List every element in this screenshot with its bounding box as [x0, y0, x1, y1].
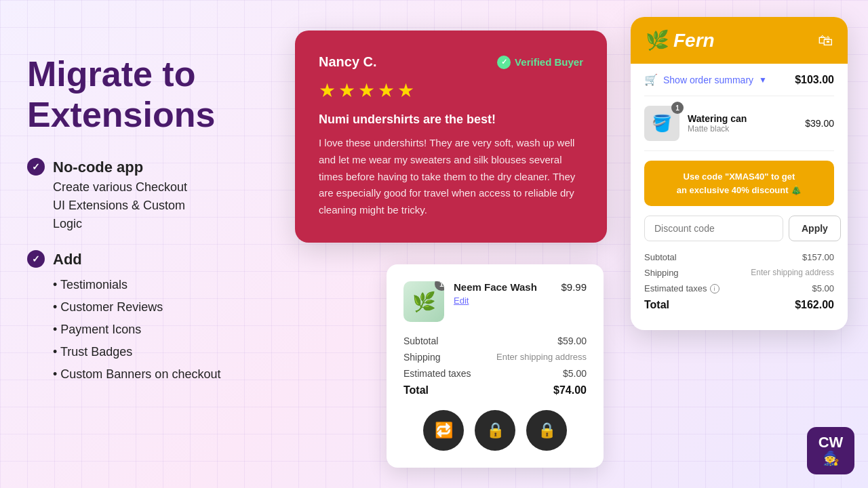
fern-logo: 🌿 Fern [646, 29, 715, 52]
order-card-small: 🌿 1 Neem Face Wash Edit $9.99 Subtotal $… [387, 264, 604, 468]
feature-text-1: No-code app Create various Checkout UI E… [53, 156, 187, 233]
reviewer-row: Nancy C. ✓ Verified Buyer [319, 54, 583, 70]
taxes-info-icon[interactable]: i [710, 284, 719, 293]
check-icon-1 [27, 158, 45, 176]
feature-text-2: Add Testimonials Customer Reviews Paymen… [53, 248, 220, 384]
trust-badge-3: 🔒 [526, 410, 567, 451]
star-3: ★ [358, 79, 375, 102]
fern-header: 🌿 Fern 🛍 [631, 17, 848, 64]
fern-brand-name: Fern [673, 30, 715, 52]
fern-taxes-line: Estimated taxes i $5.00 [644, 283, 834, 293]
cart-mini-icon: 🛒 [644, 73, 658, 86]
fern-shipping-line: Shipping Enter shipping address [644, 268, 834, 278]
fern-leaf-icon: 🌿 [646, 29, 669, 52]
taxes-line-small: Estimated taxes $5.00 [403, 368, 587, 379]
product-price-small: $9.99 [561, 281, 587, 293]
star-2: ★ [338, 79, 355, 102]
total-line-small: Total $74.00 [403, 384, 587, 396]
product-variant-fern: Matte black [688, 124, 797, 134]
product-name-small: Neem Face Wash [454, 281, 551, 293]
star-1: ★ [319, 79, 336, 102]
promo-banner: Use code "XMAS40" to get an exclusive 40… [644, 161, 834, 206]
star-4: ★ [378, 79, 395, 102]
product-image-fern: 🪣 1 [644, 106, 679, 141]
taxes-label: Estimated taxes i [644, 283, 719, 293]
fern-total-line: Total $162.00 [644, 299, 834, 311]
sub-item-banners: Custom Banners on checkout [53, 365, 220, 384]
order-summary-toggle[interactable]: 🛒 Show order summary ▼ $103.00 [644, 64, 834, 96]
chevron-down-icon: ▼ [759, 75, 767, 85]
discount-input[interactable] [644, 216, 783, 241]
product-info-small: Neem Face Wash Edit [454, 281, 551, 306]
fern-cart-icon[interactable]: 🛍 [818, 32, 833, 49]
sub-item-reviews: Customer Reviews [53, 298, 220, 317]
fern-subtotal-line: Subtotal $157.00 [644, 252, 834, 262]
product-image-small: 🌿 1 [403, 281, 444, 322]
verified-badge: ✓ Verified Buyer [497, 56, 583, 69]
trust-badge-1: 🔁 [423, 410, 464, 451]
shipping-line-small: Shipping Enter shipping address [403, 352, 587, 363]
sub-item-testimonials: Testimonials [53, 276, 220, 294]
feature-item-2: Add Testimonials Customer Reviews Paymen… [27, 248, 278, 384]
order-summary-price: $103.00 [795, 74, 834, 86]
check-icon-2 [27, 250, 45, 268]
product-price-fern: $39.00 [805, 118, 834, 129]
fern-body: 🛒 Show order summary ▼ $103.00 🪣 1 Water… [631, 64, 848, 330]
product-badge-fern: 1 [671, 102, 684, 114]
sub-feature-list: Testimonials Customer Reviews Payment Ic… [53, 276, 220, 384]
feature-list: No-code app Create various Checkout UI E… [27, 156, 278, 384]
subtotal-line-small: Subtotal $59.00 [403, 336, 587, 346]
order-summary-left: 🛒 Show order summary ▼ [644, 73, 767, 86]
cw-logo: CW 🧙 [807, 427, 854, 474]
reviewer-name: Nancy C. [319, 54, 377, 70]
main-title: Migrate to Extensions [27, 54, 278, 136]
apply-button[interactable]: Apply [789, 216, 841, 241]
left-section: Migrate to Extensions No-code app Create… [27, 54, 278, 384]
wizard-icon: 🧙 [823, 450, 840, 466]
sub-item-trust: Trust Badges [53, 343, 220, 361]
review-card: Nancy C. ✓ Verified Buyer ★ ★ ★ ★ ★ Numi… [295, 30, 607, 243]
trust-badge-2: 🔒 [475, 410, 515, 451]
product-name-fern: Watering can [688, 113, 797, 124]
edit-link[interactable]: Edit [454, 296, 551, 306]
fern-checkout-card: 🌿 Fern 🛍 🛒 Show order summary ▼ $103.00 … [631, 17, 848, 330]
watering-can-icon: 🪣 [652, 114, 672, 133]
trust-badges-row: 🔁 🔒 🔒 [403, 410, 587, 451]
product-info-fern: Watering can Matte black [688, 113, 797, 134]
star-5: ★ [397, 79, 414, 102]
review-body: I love these undershirts! They are very … [319, 135, 583, 219]
review-headline: Numi undershirts are the best! [319, 113, 583, 127]
product-row-small: 🌿 1 Neem Face Wash Edit $9.99 [403, 281, 587, 322]
discount-row: Apply [644, 216, 834, 241]
feature-item-1: No-code app Create various Checkout UI E… [27, 156, 278, 233]
verified-icon: ✓ [497, 56, 511, 69]
product-row-fern: 🪣 1 Watering can Matte black $39.00 [644, 96, 834, 151]
sub-item-payment: Payment Icons [53, 321, 220, 339]
stars-row: ★ ★ ★ ★ ★ [319, 79, 583, 102]
